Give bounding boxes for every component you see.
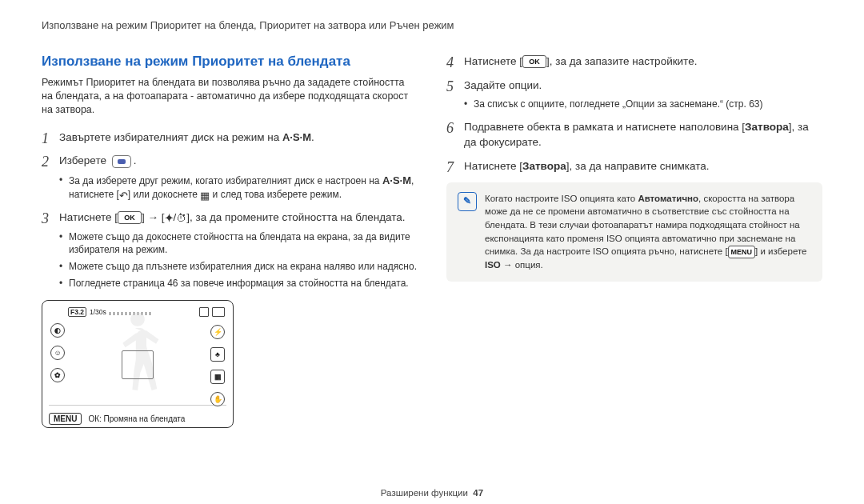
step4-a: Натиснете [ (464, 55, 522, 67)
lcd-right-ind-4: ✋ (210, 392, 225, 406)
step-1: Завъртете избирателният диск на режим на… (42, 130, 418, 146)
note-auto: Автоматично (638, 194, 698, 203)
step4-b: ], за да запазите настройките. (546, 55, 697, 67)
lcd-left-ind-2: ☺ (50, 346, 65, 360)
lcd-focus-frame (122, 350, 154, 379)
step-2-sub1: За да изберете друг режим, когато избира… (59, 174, 418, 202)
right-column: Натиснете [OK], за да запазите настройки… (446, 54, 822, 428)
ok-icon: OK (522, 55, 546, 68)
step-1-end: . (311, 131, 314, 143)
info-icon: ✎ (458, 192, 477, 211)
step-6: Подравнете обекта в рамката и натиснете … (446, 119, 822, 150)
step-3: Натиснете [OK] → [✦/⏱], за да промените … (42, 210, 418, 290)
ok-icon: OK (118, 211, 142, 224)
lcd-battery-icon (212, 307, 225, 317)
step7-a: Натиснете [ (464, 160, 522, 172)
step-3-sub3: Погледнете страница 46 за повече информа… (59, 277, 418, 290)
lcd-indicator-1 (199, 307, 209, 317)
step-3-sub2: Можете също да плъзнете избирателния дис… (59, 260, 418, 274)
left-column: Използване на режим Приоритет на блендат… (42, 54, 418, 428)
lcd-menu-chip: MENU (49, 413, 82, 425)
dial-mode-icon: A·S·M (382, 174, 411, 188)
step6-a: Подравнете обекта в рамката и натиснете … (464, 121, 745, 133)
step7-bold: Затвора (522, 160, 566, 172)
return-icon: ↶ (119, 190, 128, 201)
step-3-sub1: Можете също да докоснете стойността на б… (59, 230, 418, 258)
step-5-sub1: За списък с опциите, погледнете „Опции з… (464, 98, 822, 111)
lcd-right-ind-3: ▦ (210, 370, 225, 384)
footer-section: Разширени функции (381, 488, 468, 498)
step-1-text: Завъртете избирателният диск на режим на (59, 131, 282, 143)
info-note: ✎ Когато настроите ISO опцията като Авто… (446, 182, 822, 282)
dial-mode-icon: A·S·M (282, 130, 311, 146)
note-c: ] и изберете (755, 246, 806, 256)
lcd-bottom-label: ОК: Промяна на блендата (88, 414, 185, 423)
step6-bold: Затвора (745, 121, 789, 133)
breadcrumb: Използване на режим Приоритет на бленда,… (42, 19, 822, 31)
step3-a: Натиснете [ (59, 211, 118, 223)
mode-grid-icon: ▦ (200, 190, 210, 201)
page-footer: Разширени функции 47 (0, 488, 864, 498)
note-d: → опция. (501, 260, 543, 270)
lcd-left-ind-1: ◐ (50, 323, 65, 338)
step-2: Изберете . За да изберете друг режим, ко… (42, 153, 418, 202)
step-2-text: Изберете (59, 154, 110, 166)
step2-sub1-a: За да изберете друг режим, когато избира… (69, 175, 382, 186)
lcd-bottom-bar: MENU ОК: Промяна на блендата (49, 406, 226, 430)
intro-text: Режимът Приоритет на блендата ви позволя… (42, 76, 418, 117)
lcd-left-ind-3: ✿ (50, 368, 65, 382)
note-iso: ISO (485, 260, 501, 270)
lcd-aperture: F3.2 (68, 307, 86, 317)
step-4: Натиснете [OK], за да запазите настройки… (446, 54, 822, 70)
step3-d: ], за да промените стойността на блендат… (186, 211, 405, 223)
step-5: Задайте опции. За списък с опциите, погл… (446, 78, 822, 111)
step-7: Натиснете [Затвора], за да направите сни… (446, 158, 822, 174)
note-a: Когато настроите ISO опцията като (485, 194, 638, 203)
lcd-preview: F3.2 1/30s ◐ ☺ ✿ (42, 300, 234, 428)
footer-page: 47 (473, 488, 483, 498)
flash-icon: ✦ (165, 213, 174, 223)
step3-b: ] → [ (142, 211, 165, 223)
timer-icon: ⏱ (176, 213, 186, 223)
lcd-right-ind-2: ♣ (210, 347, 225, 362)
lcd-right-ind-1: ⚡ (210, 325, 225, 339)
mode-thumb-icon (112, 155, 131, 168)
info-note-body: Когато настроите ISO опцията като Автома… (485, 192, 811, 272)
step7-b: ], за да направите снимката. (566, 160, 710, 172)
step2-sub1-c: ] или докоснете (128, 189, 200, 200)
step2-sub1-d: и след това изберете режим. (210, 189, 342, 200)
steps-right: Натиснете [OK], за да запазите настройки… (446, 54, 822, 174)
lcd-shutter: 1/30s (90, 308, 106, 316)
steps-left: Завъртете избирателният диск на режим на… (42, 130, 418, 290)
step5-text: Задайте опции. (464, 79, 542, 91)
section-title: Използване на режим Приоритет на блендат… (42, 54, 418, 70)
menu-icon: MENU (728, 246, 756, 258)
